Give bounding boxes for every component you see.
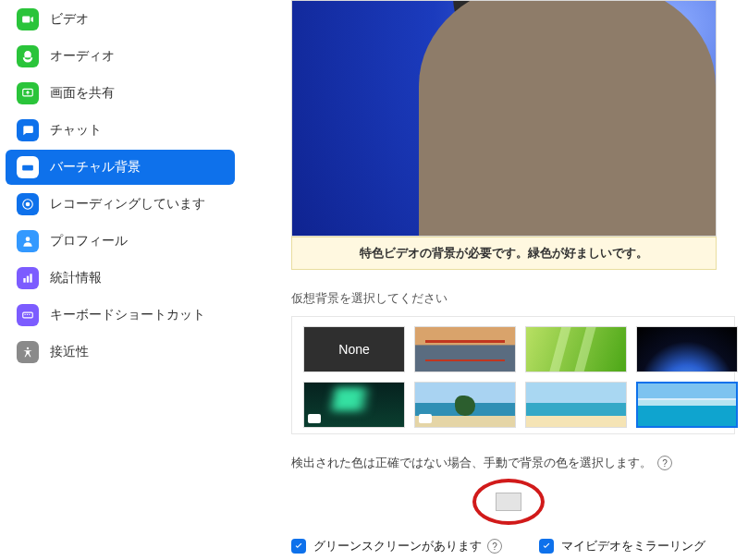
virtual-background-panel: 特色ビデオの背景が必要です。緑色が好ましいです。 仮想背景を選択してください N…	[291, 0, 748, 554]
options-row: グリーンスクリーンがあります ? マイビデオをミラーリング	[291, 538, 748, 554]
sidebar-item-profile[interactable]: プロフィール	[6, 224, 235, 259]
statistics-icon	[17, 267, 39, 289]
green-screen-label: グリーンスクリーンがあります	[313, 538, 482, 554]
sidebar-item-label: ビデオ	[50, 11, 89, 28]
sidebar-item-label: レコーディングしています	[50, 196, 205, 213]
share-screen-icon	[17, 82, 39, 104]
checkbox-checked-icon[interactable]	[291, 539, 306, 554]
svg-point-6	[26, 237, 31, 241]
svg-rect-7	[23, 278, 25, 283]
virtual-background-icon	[17, 156, 39, 178]
svg-rect-9	[30, 274, 31, 282]
mirror-video-option[interactable]: マイビデオをミラーリング	[539, 538, 705, 554]
background-option-beach[interactable]	[525, 382, 627, 428]
sidebar-item-virtual-background[interactable]: バーチャル背景	[6, 150, 235, 185]
svg-point-14	[27, 347, 29, 349]
choose-background-label: 仮想背景を選択してください	[291, 290, 748, 307]
profile-icon	[17, 230, 39, 252]
sidebar-item-label: オーディオ	[50, 48, 115, 65]
help-icon[interactable]: ?	[487, 539, 502, 554]
video-badge-icon	[419, 414, 432, 423]
background-thumbnail-grid: None	[291, 316, 735, 434]
background-option-ocean[interactable]	[636, 382, 738, 428]
person-silhouette-body	[419, 0, 716, 237]
sidebar-item-video[interactable]: ビデオ	[6, 2, 235, 37]
svg-rect-2	[22, 165, 33, 171]
sidebar-item-keyboard-shortcuts[interactable]: キーボードショートカット	[6, 298, 235, 333]
sidebar-item-label: 接近性	[50, 344, 89, 360]
svg-rect-12	[27, 314, 28, 315]
manual-color-hint: 検出された色は正確ではない場合、手動で背景の色を選択します。 ?	[291, 455, 748, 471]
sidebar-item-label: プロフィール	[50, 233, 128, 250]
sidebar-item-chat[interactable]: チャット	[6, 113, 235, 148]
background-option-none[interactable]: None	[303, 326, 405, 372]
background-option-earth[interactable]	[636, 326, 738, 372]
background-option-island[interactable]	[414, 382, 516, 428]
svg-rect-11	[25, 314, 26, 315]
manual-color-swatch[interactable]	[496, 493, 521, 511]
mirror-video-label: マイビデオをミラーリング	[561, 538, 705, 554]
green-screen-option[interactable]: グリーンスクリーンがあります ?	[291, 538, 502, 554]
video-badge-icon	[308, 414, 321, 423]
video-icon	[17, 8, 39, 30]
sidebar-item-label: 統計情報	[50, 270, 102, 286]
svg-rect-13	[29, 314, 30, 315]
accessibility-icon	[17, 341, 39, 363]
manual-color-row	[291, 479, 726, 525]
chat-icon	[17, 119, 39, 141]
sidebar-item-label: 画面を共有	[50, 85, 115, 102]
help-icon[interactable]: ?	[657, 456, 672, 470]
sidebar-item-label: チャット	[50, 122, 102, 139]
background-warning-banner: 特色ビデオの背景が必要です。緑色が好ましいです。	[291, 237, 717, 270]
checkbox-checked-icon[interactable]	[539, 539, 554, 554]
sidebar-item-share-screen[interactable]: 画面を共有	[6, 76, 235, 111]
sidebar-item-label: キーボードショートカット	[50, 307, 205, 323]
svg-rect-8	[27, 276, 29, 283]
background-option-bridge[interactable]	[414, 326, 516, 372]
settings-sidebar: ビデオ オーディオ 画面を共有 チャット バーチャル背景 レコーディングしていま…	[0, 0, 240, 560]
keyboard-shortcut-icon	[17, 304, 39, 326]
vertical-divider	[241, 0, 242, 560]
sidebar-item-audio[interactable]: オーディオ	[6, 39, 235, 74]
svg-point-3	[25, 166, 27, 168]
sidebar-item-accessibility[interactable]: 接近性	[6, 335, 235, 370]
background-option-aurora[interactable]	[303, 382, 405, 428]
sidebar-item-label: バーチャル背景	[50, 159, 141, 176]
none-label: None	[338, 342, 369, 357]
recording-icon	[17, 193, 39, 215]
background-option-grass[interactable]	[525, 326, 627, 372]
manual-color-hint-text: 検出された色は正確ではない場合、手動で背景の色を選択します。	[291, 455, 652, 471]
video-preview	[291, 0, 717, 237]
sidebar-item-recording[interactable]: レコーディングしています	[6, 187, 235, 222]
sidebar-item-statistics[interactable]: 統計情報	[6, 261, 235, 296]
svg-point-5	[26, 202, 31, 207]
highlight-circle	[472, 479, 545, 525]
audio-icon	[17, 45, 39, 67]
